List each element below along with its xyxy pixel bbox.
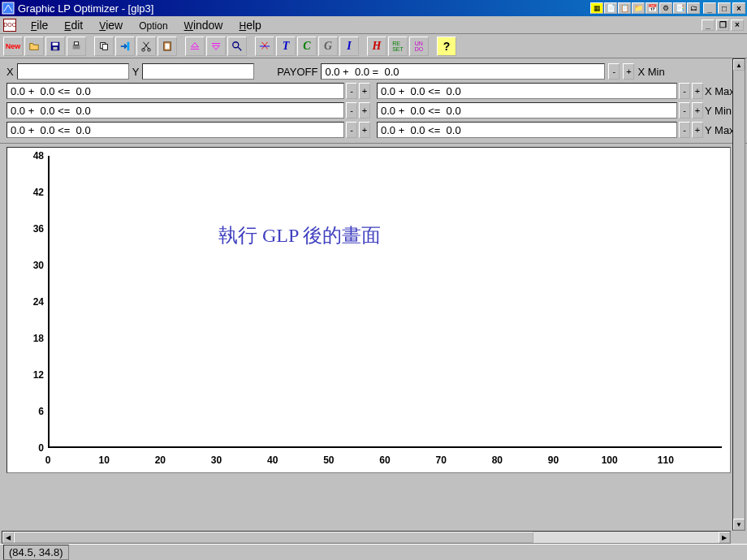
doc-icon[interactable]: DOC: [3, 19, 16, 32]
constraint-input[interactable]: [377, 83, 677, 99]
x-label: X: [6, 66, 14, 78]
constraint-input[interactable]: [6, 122, 344, 138]
x-tick-label: 40: [267, 454, 278, 466]
y-tick-label: 0: [15, 442, 44, 454]
reset-button[interactable]: RE SET: [388, 37, 408, 56]
constraint-input[interactable]: [377, 102, 677, 118]
plus-button[interactable]: +: [692, 83, 703, 99]
scroll-left-button[interactable]: ◀: [2, 532, 14, 543]
y-tick-label: 48: [15, 150, 44, 162]
menu-window[interactable]: Window: [176, 17, 231, 33]
mdi-restore-button[interactable]: ❐: [716, 19, 729, 31]
x-tick-label: 60: [379, 454, 390, 466]
y-label: Y: [132, 66, 140, 78]
tray-icon[interactable]: 📅: [646, 2, 658, 14]
svg-point-15: [233, 41, 239, 47]
paste-button[interactable]: [115, 37, 135, 56]
x-tick-label: 50: [323, 454, 334, 466]
scroll-right-button[interactable]: ▶: [719, 532, 730, 543]
plus-button[interactable]: +: [692, 102, 703, 118]
svg-rect-2: [53, 42, 58, 45]
menu-edit[interactable]: Edit: [56, 17, 91, 33]
zoom-button[interactable]: [227, 37, 247, 56]
menu-help[interactable]: Help: [231, 17, 269, 33]
y-tick-label: 42: [15, 187, 44, 198]
y-tick-label: 12: [15, 369, 44, 381]
tray-icon[interactable]: ⚙: [659, 2, 672, 14]
cut-button[interactable]: [136, 37, 156, 56]
t-button[interactable]: T: [276, 37, 296, 56]
payoff-minus-button[interactable]: -: [608, 63, 620, 80]
x-tick-label: 70: [435, 454, 446, 466]
open-button[interactable]: [24, 37, 44, 56]
status-bar: (84.5, 34.8): [0, 544, 747, 560]
payoff-input[interactable]: [321, 63, 605, 80]
x-tick-label: 30: [211, 454, 222, 466]
plus-button[interactable]: +: [692, 122, 703, 138]
menu-view[interactable]: View: [91, 17, 131, 33]
minus-button[interactable]: -: [346, 122, 357, 138]
constraint-input[interactable]: [6, 102, 344, 118]
minus-button[interactable]: -: [679, 83, 690, 99]
tray-icon[interactable]: ▦: [590, 2, 603, 14]
vertical-scrollbar[interactable]: ▲ ▼: [732, 58, 745, 531]
horizontal-scrollbar[interactable]: ◀ ▶: [2, 531, 731, 544]
x-tick-label: 90: [548, 454, 559, 466]
up-arrow-button[interactable]: [185, 37, 205, 56]
plus-button[interactable]: +: [359, 102, 370, 118]
x-input[interactable]: [17, 63, 129, 80]
mdi-minimize-button[interactable]: _: [702, 19, 715, 31]
scroll-up-button[interactable]: ▲: [733, 59, 745, 71]
menu-file[interactable]: File: [23, 17, 56, 33]
tray-icon[interactable]: 📄: [604, 2, 617, 14]
tray-icon[interactable]: 📋: [618, 2, 631, 14]
print-button[interactable]: [67, 37, 86, 56]
menu-option[interactable]: Option: [131, 17, 175, 33]
svg-rect-3: [53, 46, 57, 50]
x-tick-label: 100: [602, 454, 618, 466]
minimize-button[interactable]: _: [703, 2, 716, 14]
minus-button[interactable]: -: [679, 102, 690, 118]
plus-button[interactable]: +: [359, 122, 370, 138]
plot-area: 0612182430364248 01020304050607080901001…: [6, 147, 731, 473]
mdi-close-button[interactable]: ×: [731, 19, 744, 31]
minus-button[interactable]: -: [346, 83, 357, 99]
status-coords: (84.5, 34.8): [3, 545, 69, 560]
y-input[interactable]: [142, 63, 254, 80]
svg-rect-12: [165, 43, 169, 49]
new-button[interactable]: New: [3, 37, 23, 56]
tray-icon[interactable]: 📁: [632, 2, 645, 14]
down-arrow-button[interactable]: [206, 37, 226, 56]
tray-icon[interactable]: 🗂: [687, 2, 700, 14]
overlay-caption: 執行 GLP 後的畫面: [218, 222, 381, 248]
minus-button[interactable]: -: [346, 102, 357, 118]
i-button[interactable]: I: [339, 37, 359, 56]
payoff-label: PAYOFF: [277, 66, 317, 78]
constraint-input[interactable]: [6, 83, 344, 99]
minus-button[interactable]: -: [679, 122, 690, 138]
c-button[interactable]: C: [297, 37, 317, 56]
constraint-input[interactable]: [377, 122, 677, 138]
x-tick-label: 80: [492, 454, 503, 466]
close-button[interactable]: ×: [732, 2, 745, 14]
tray-icon[interactable]: 📑: [673, 2, 686, 14]
y-tick-label: 36: [15, 223, 44, 235]
menu-bar: DOC File Edit View Option Window Help _ …: [0, 16, 747, 34]
plus-button[interactable]: +: [359, 83, 370, 99]
scroll-down-button[interactable]: ▼: [733, 519, 745, 530]
svg-rect-7: [102, 44, 107, 50]
strike-button[interactable]: [255, 37, 274, 56]
save-button[interactable]: [45, 37, 65, 56]
clipboard-button[interactable]: [158, 37, 177, 56]
window-title: Graphic LP Optimizer - [glp3]: [18, 2, 590, 15]
help-button[interactable]: ?: [437, 37, 456, 56]
payoff-plus-button[interactable]: +: [623, 63, 634, 80]
x-tick-label: 10: [98, 454, 109, 466]
maximize-button[interactable]: □: [718, 2, 731, 14]
scroll-thumb[interactable]: [14, 532, 533, 543]
undo-button[interactable]: UN DO: [409, 37, 429, 56]
g-button[interactable]: G: [318, 37, 338, 56]
copy-button[interactable]: [94, 37, 114, 56]
h-button[interactable]: H: [367, 37, 386, 56]
y-tick-label: 6: [15, 406, 44, 417]
